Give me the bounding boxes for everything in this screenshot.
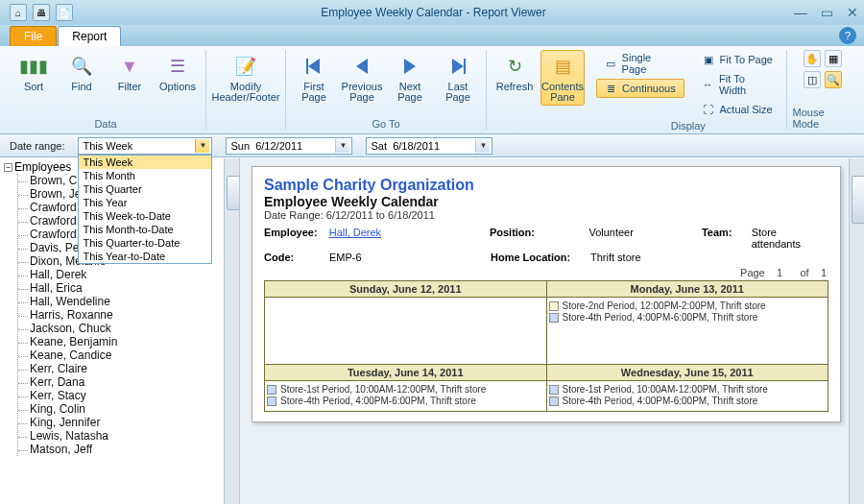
date-range-selected: This Week — [83, 140, 189, 152]
event-color-icon — [549, 396, 559, 406]
options-button[interactable]: ☰Options — [156, 50, 200, 95]
continuous-button[interactable]: ≣Continuous — [596, 79, 684, 98]
chevron-down-icon[interactable]: ▼ — [195, 139, 209, 153]
day-cell: Store-2nd Period, 12:00PM-2:00PM, Thrift… — [546, 298, 828, 365]
group-title-data: Data — [94, 117, 116, 130]
single-page-icon: ▭ — [603, 56, 618, 71]
tree-item[interactable]: Keane, Benjamin — [30, 335, 237, 348]
chevron-down-icon[interactable]: ▼ — [335, 139, 349, 153]
tree-item[interactable]: Kerr, Claire — [30, 362, 237, 375]
group-modify: 📝Modify Header/Footer — [206, 50, 286, 130]
minimize-icon[interactable]: — — [794, 5, 807, 20]
top-tabs: File Report ? — [0, 25, 864, 46]
report-date-range: Date Range: 6/12/2011 to 6/18/2011 — [264, 209, 828, 221]
date-range-dropdown: This WeekThis MonthThis QuarterThis Year… — [78, 155, 212, 264]
day-cell — [265, 298, 547, 365]
chevron-down-icon[interactable]: ▼ — [475, 139, 490, 153]
next-page-button[interactable]: Next Page — [388, 50, 432, 106]
date-range-option[interactable]: This Quarter-to-Date — [79, 236, 211, 250]
end-date-combobox[interactable]: Sat 6/18/2011 ▼ — [366, 137, 492, 155]
tree-item[interactable]: Hall, Wendeline — [30, 295, 237, 308]
tree-item[interactable]: Harris, Roxanne — [30, 308, 237, 322]
day-header: Sunday, June 12, 2011 — [265, 281, 547, 298]
contents-pane-button[interactable]: ▤Contents Pane — [540, 50, 585, 106]
tree-item[interactable]: Hall, Erica — [30, 281, 237, 295]
hand-mode-icon[interactable]: ✋ — [804, 50, 821, 67]
tree-item[interactable]: Lewis, Natasha — [30, 429, 237, 443]
help-icon[interactable]: ? — [839, 27, 856, 44]
print-icon[interactable]: 🖶 — [33, 4, 50, 21]
tab-report[interactable]: Report — [58, 26, 121, 46]
zoom-mode-icon[interactable]: 🔍 — [825, 71, 842, 88]
tree-item[interactable]: Hall, Derek — [30, 268, 237, 281]
continuous-icon: ≣ — [603, 81, 618, 96]
last-page-button[interactable]: Last Page — [436, 50, 480, 106]
date-range-option[interactable]: This Year-to-Date — [79, 250, 211, 263]
date-range-option[interactable]: This Week — [79, 156, 211, 169]
window-title: Employee Weekly Calendar - Report Viewer — [73, 6, 794, 19]
date-range-option[interactable]: This Year — [79, 196, 211, 209]
day-header: Wednesday, June 15, 2011 — [546, 365, 828, 381]
day-cell: Store-1st Period, 10:00AM-12:00PM, Thrif… — [265, 381, 547, 412]
tree-scrollbar[interactable] — [224, 158, 239, 504]
filter-icon: ▼ — [116, 53, 143, 80]
fit-page-icon: ▣ — [701, 52, 716, 67]
last-page-icon — [444, 53, 471, 80]
fit-to-page-button[interactable]: ▣Fit To Page — [694, 50, 780, 69]
day-header: Monday, June 13, 2011 — [546, 281, 828, 298]
day-header: Tuesday, June 14, 2011 — [265, 365, 547, 381]
report-viewer: Sample Charity Organization Employee Wee… — [240, 158, 864, 504]
report-title: Employee Weekly Calendar — [264, 194, 828, 209]
date-range-combobox[interactable]: This Week ▼ This WeekThis MonthThis Quar… — [78, 137, 212, 155]
title-bar: ⌂ 🖶 📄 Employee Weekly Calendar - Report … — [0, 0, 864, 25]
tree-item[interactable]: King, Jennifer — [30, 416, 237, 429]
contents-pane-icon: ▤ — [549, 53, 576, 80]
maximize-icon[interactable]: ▭ — [821, 5, 833, 20]
fit-width-icon: ↔ — [701, 77, 716, 92]
filter-button[interactable]: ▼Filter — [108, 50, 152, 95]
refresh-button[interactable]: ↻Refresh — [492, 50, 537, 95]
tab-file[interactable]: File — [10, 26, 57, 46]
prev-page-icon — [348, 53, 375, 80]
date-range-option[interactable]: This Week-to-Date — [79, 209, 211, 223]
tree-item[interactable]: Matson, Jeff — [30, 443, 237, 456]
report-scrollbar[interactable] — [849, 158, 864, 504]
snapshot-mode-icon[interactable]: ◫ — [804, 71, 821, 88]
employee-link[interactable]: Hall, Derek — [329, 227, 381, 238]
tree-item[interactable]: King, Colin — [30, 402, 237, 416]
marquee-mode-icon[interactable]: ▦ — [825, 50, 842, 67]
modify-icon: 📝 — [232, 53, 259, 80]
tree-item[interactable]: Kerr, Stacy — [30, 389, 237, 402]
fit-to-width-button[interactable]: ↔Fit To Width — [694, 71, 780, 98]
app-icon[interactable]: ⌂ — [10, 4, 27, 21]
event-color-icon — [267, 396, 276, 406]
group-display: ▭Single Page ≣Continuous ▣Fit To Page ↔F… — [590, 50, 787, 130]
group-goto: First Page Previous Page Next Page Last … — [286, 50, 487, 130]
date-range-option[interactable]: This Month — [79, 169, 211, 182]
sort-button[interactable]: ▮▮▮Sort — [12, 50, 56, 95]
close-icon[interactable]: ✕ — [847, 5, 858, 20]
date-range-option[interactable]: This Quarter — [79, 182, 211, 196]
single-page-button[interactable]: ▭Single Page — [596, 50, 684, 77]
tree-item[interactable]: Keane, Candice — [30, 348, 237, 362]
find-button[interactable]: 🔍Find — [60, 50, 104, 95]
actual-size-button[interactable]: ⛶Actual Size — [694, 100, 780, 119]
event-color-icon — [549, 385, 559, 395]
modify-header-footer-button[interactable]: 📝Modify Header/Footer — [212, 50, 279, 106]
date-range-option[interactable]: This Month-to-Date — [79, 223, 211, 236]
quick-access-toolbar: ⌂ 🖶 📄 — [10, 4, 73, 21]
collapse-icon[interactable]: − — [4, 163, 12, 172]
options-icon: ☰ — [164, 53, 191, 80]
ribbon: ▮▮▮Sort 🔍Find ▼Filter ☰Options Data 📝Mod… — [0, 46, 864, 134]
tree-item[interactable]: Jackson, Chuck — [30, 322, 237, 335]
next-page-icon — [396, 53, 423, 80]
date-range-label: Date range: — [10, 140, 64, 152]
tree-item[interactable]: Kerr, Dana — [30, 375, 237, 389]
prev-page-button[interactable]: Previous Page — [340, 50, 384, 106]
event-color-icon — [549, 313, 559, 323]
first-page-button[interactable]: First Page — [292, 50, 336, 106]
date-range-bar: Date range: This Week ▼ This WeekThis Mo… — [0, 134, 864, 157]
first-page-icon — [300, 53, 327, 80]
open-report-icon[interactable]: 📄 — [56, 4, 73, 21]
start-date-combobox[interactable]: Sun 6/12/2011 ▼ — [226, 137, 352, 155]
